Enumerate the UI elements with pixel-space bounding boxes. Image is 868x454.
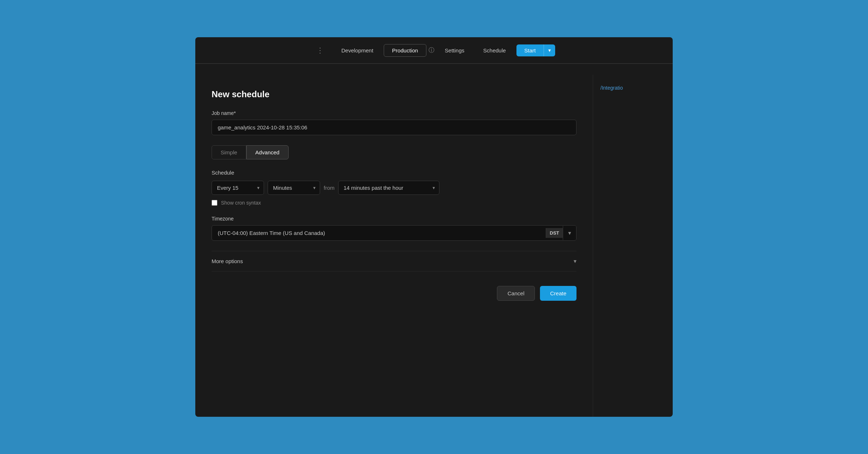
more-options-row[interactable]: More options ▾ (212, 251, 576, 271)
page-title: New schedule (212, 89, 576, 99)
timezone-value: (UTC-04:00) Eastern Time (US and Canada) (212, 226, 546, 240)
start-dropdown-button[interactable]: ▾ (544, 44, 555, 56)
start-button[interactable]: Start (516, 44, 544, 56)
minutes-wrapper: Minutes Hours Days ▾ (268, 181, 320, 195)
timezone-label: Timezone (212, 216, 576, 222)
schedule-group: Schedule Every 15 Every 5 Every 10 Every… (212, 170, 576, 206)
top-nav: ⋮ Development Production ⓘ Settings Sche… (195, 37, 673, 64)
tab-settings[interactable]: Settings (437, 44, 473, 57)
mode-tab-group: Simple Advanced (212, 145, 576, 159)
timezone-input-wrapper: (UTC-04:00) Eastern Time (US and Canada)… (212, 225, 576, 241)
cron-syntax-checkbox[interactable] (212, 200, 217, 206)
cron-syntax-row: Show cron syntax (212, 200, 576, 206)
main-panel: New schedule Job name* Simple Advanced S… (195, 75, 593, 417)
create-button[interactable]: Create (540, 286, 576, 301)
nav-dots-icon[interactable]: ⋮ (313, 44, 327, 57)
integration-link[interactable]: /Integratio (600, 82, 665, 94)
minutes-past-wrapper: 14 minutes past the hour 0 minutes past … (338, 181, 439, 195)
app-window: ⋮ Development Production ⓘ Settings Sche… (195, 37, 673, 417)
schedule-label: Schedule (212, 170, 576, 176)
job-name-label: Job name* (212, 110, 576, 116)
tab-production[interactable]: Production (384, 44, 426, 57)
content-area: New schedule Job name* Simple Advanced S… (195, 75, 673, 417)
timezone-group: Timezone (UTC-04:00) Eastern Time (US an… (212, 216, 576, 241)
minutes-select[interactable]: Minutes Hours Days (268, 181, 320, 195)
every15-wrapper: Every 15 Every 5 Every 10 Every 30 ▾ (212, 181, 264, 195)
nav-divider (195, 64, 673, 64)
more-options-label: More options (212, 258, 243, 264)
advanced-tab-button[interactable]: Advanced (246, 145, 289, 159)
simple-tab-button[interactable]: Simple (212, 145, 246, 159)
info-icon[interactable]: ⓘ (429, 47, 434, 54)
job-name-input[interactable] (212, 120, 576, 135)
minutes-past-select[interactable]: 14 minutes past the hour 0 minutes past … (338, 181, 439, 195)
tab-schedule[interactable]: Schedule (475, 44, 514, 57)
action-buttons: Cancel Create (212, 282, 576, 301)
dst-badge: DST (546, 228, 563, 238)
cancel-button[interactable]: Cancel (497, 286, 535, 301)
job-name-group: Job name* (212, 110, 576, 135)
from-label: from (324, 185, 335, 191)
cron-syntax-label: Show cron syntax (221, 200, 261, 206)
start-button-group: Start ▾ (516, 44, 556, 56)
every15-select[interactable]: Every 15 Every 5 Every 10 Every 30 (212, 181, 264, 195)
schedule-row: Every 15 Every 5 Every 10 Every 30 ▾ Min… (212, 181, 576, 195)
tab-development[interactable]: Development (333, 44, 382, 57)
dst-chevron-icon[interactable]: ▾ (563, 226, 576, 240)
side-panel: /Integratio (593, 75, 673, 417)
more-options-chevron-icon: ▾ (574, 258, 576, 265)
